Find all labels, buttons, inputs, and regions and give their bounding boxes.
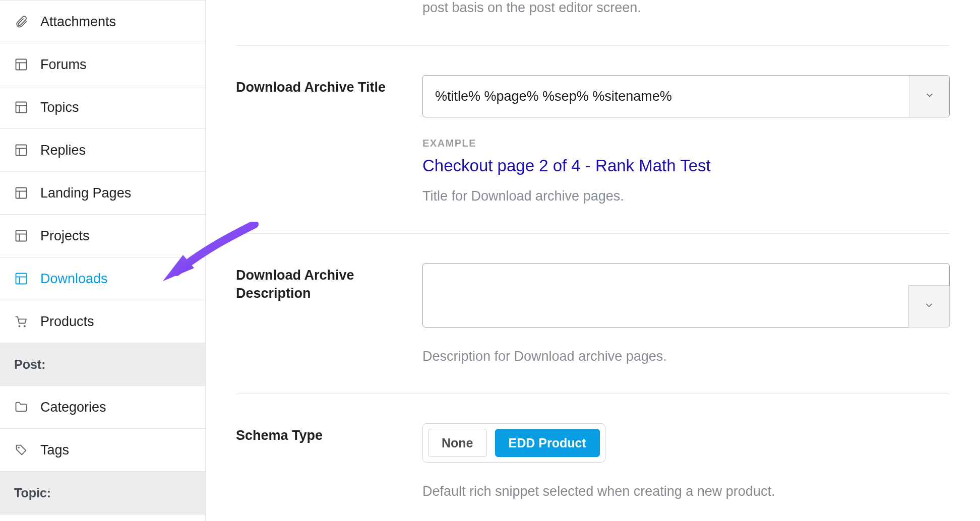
title-variables-dropdown[interactable] [909,76,949,117]
example-label: EXAMPLE [422,138,950,149]
paperclip-icon [14,15,28,29]
sidebar-item-forums[interactable]: Forums [0,43,205,86]
field-help: Default rich snippet selected when creat… [422,484,950,499]
sidebar-item-topic-tags[interactable]: Topic Tags [0,514,205,521]
option-label: EDD Product [509,436,586,450]
sidebar-item-downloads[interactable]: Downloads [0,257,205,300]
sidebar-item-replies[interactable]: Replies [0,129,205,172]
sidebar-section-label: Post: [14,357,46,372]
sidebar-item-label: Topics [40,100,79,115]
sidebar-item-tags[interactable]: Tags [0,429,205,472]
layout-icon [14,186,28,200]
field-schema-type: Schema Type None EDD Product Default ric… [236,394,950,499]
field-help: Title for Download archive pages. [422,188,950,204]
settings-sidebar: Attachments Forums Topics Replies Landin… [0,0,206,521]
sidebar-item-label: Tags [40,442,69,458]
sidebar-item-categories[interactable]: Categories [0,386,205,429]
sidebar-item-projects[interactable]: Projects [0,215,205,257]
option-label: None [442,436,473,450]
sidebar-item-products[interactable]: Products [0,300,205,343]
field-download-archive-description: Download Archive Description Description… [236,234,950,394]
field-label: Schema Type [236,423,422,499]
sidebar-item-attachments[interactable]: Attachments [0,1,205,43]
sidebar-item-topics[interactable]: Topics [0,86,205,129]
field-download-archive-title: Download Archive Title EXAMPLE Checkout … [236,46,950,233]
layout-icon [14,100,28,114]
schema-option-none[interactable]: None [428,429,487,457]
layout-icon [14,57,28,72]
chevron-down-icon [925,90,935,102]
sidebar-item-label: Replies [40,143,86,158]
sidebar-item-label: Projects [40,228,90,244]
sidebar-section-topic: Topic: [0,472,205,514]
schema-type-toggle: None EDD Product [422,423,605,463]
sidebar-section-post: Post: [0,343,205,386]
tag-icon [14,443,28,457]
field-label: Download Archive Description [236,263,422,364]
settings-panel: post basis on the post editor screen. Do… [206,0,980,521]
layout-icon [14,229,28,243]
chevron-down-icon [924,300,934,312]
sidebar-item-label: Landing Pages [40,185,131,201]
intro-hint-text: post basis on the post editor screen. [422,0,641,16]
field-label: Download Archive Title [236,75,422,204]
cart-icon [14,314,28,329]
download-archive-title-input[interactable] [423,76,909,117]
sidebar-item-label: Categories [40,400,106,415]
sidebar-section-label: Topic: [14,486,51,500]
intro-hint: post basis on the post editor screen. [236,0,950,45]
schema-option-edd-product[interactable]: EDD Product [495,429,600,457]
sidebar-item-label: Downloads [40,271,108,287]
field-help: Description for Download archive pages. [422,349,950,364]
example-preview: Checkout page 2 of 4 - Rank Math Test [422,156,950,175]
sidebar-item-label: Products [40,314,94,330]
sidebar-item-label: Attachments [40,14,116,30]
layout-icon [14,143,28,157]
layout-icon [14,272,28,286]
title-input-group [422,75,950,117]
sidebar-item-label: Forums [40,57,87,73]
description-variables-dropdown[interactable] [908,285,950,328]
description-input-group [422,263,950,328]
sidebar-item-landing-pages[interactable]: Landing Pages [0,172,205,215]
download-archive-description-input[interactable] [423,264,949,327]
folder-icon [14,400,28,414]
